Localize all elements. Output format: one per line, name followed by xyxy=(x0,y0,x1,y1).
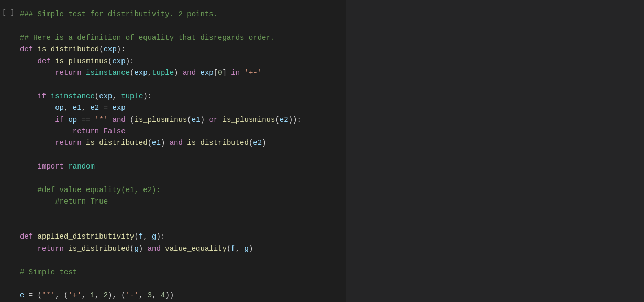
right-panel xyxy=(346,0,644,302)
code-line xyxy=(20,149,346,161)
code-content[interactable]: ### Simple test for distributivity. 2 po… xyxy=(16,7,346,302)
notebook-cell: [ ] ### Simple test for distributivity. … xyxy=(0,5,346,302)
code-line xyxy=(20,278,346,289)
code-line xyxy=(20,254,346,266)
code-line: return isinstance(exp,tuple) and exp[0] … xyxy=(20,67,346,79)
code-line: def is_distributed(exp): xyxy=(20,43,346,55)
code-line xyxy=(20,219,346,231)
code-line: if op == '*' and (is_plusminus(e1) or is… xyxy=(20,114,346,126)
code-line: def applied_distributivity(f, g): xyxy=(20,231,346,242)
code-line: #def value_equality(e1, e2): xyxy=(20,184,346,196)
code-line xyxy=(20,208,346,219)
code-line: ### Simple test for distributivity. 2 po… xyxy=(20,8,346,20)
code-line: def is_plusminus(exp): xyxy=(20,55,346,67)
cell-bracket: [ ] xyxy=(0,7,16,16)
code-line: return is_distributed(g) and value_equal… xyxy=(20,243,346,254)
code-line: ## Here is a definition of equality that… xyxy=(20,32,346,43)
code-line xyxy=(20,172,346,184)
editor-panel[interactable]: [ ] ### Simple test for distributivity. … xyxy=(0,0,346,302)
code-line: import random xyxy=(20,161,346,172)
code-line: #return True xyxy=(20,196,346,207)
code-line: return False xyxy=(20,126,346,137)
code-line: e = ('*', ('+', 1, 2), ('-', 3, 4)) xyxy=(20,289,346,301)
code-line xyxy=(20,20,346,31)
code-line: return is_distributed(e1) and is_distrib… xyxy=(20,137,346,149)
code-line: # Simple test xyxy=(20,266,346,278)
code-line: op, e1, e2 = exp xyxy=(20,102,346,114)
code-line xyxy=(20,79,346,90)
code-line: if isinstance(exp, tuple): xyxy=(20,91,346,102)
